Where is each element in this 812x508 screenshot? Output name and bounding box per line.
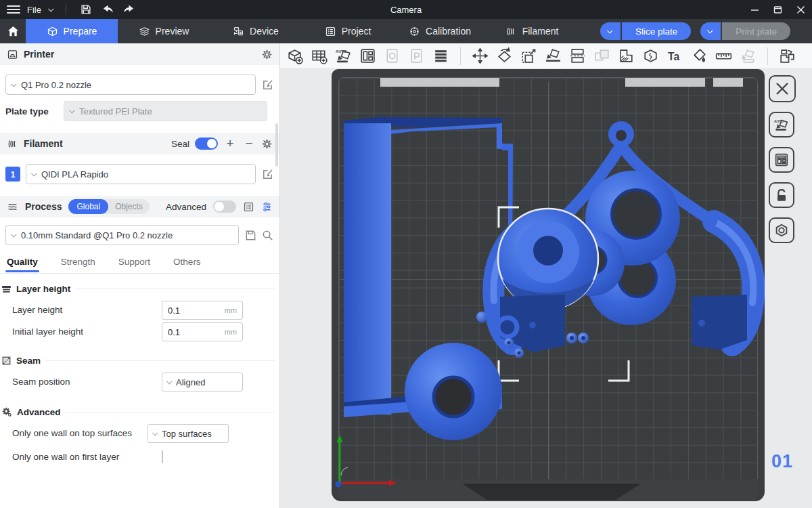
tab-label: Preview	[156, 26, 189, 37]
print-plate-group: Print plate	[700, 22, 790, 40]
scope-objects-button[interactable]: Objects	[108, 202, 150, 211]
scope-global-button[interactable]: Global	[68, 199, 108, 214]
tab-quality[interactable]: Quality	[7, 257, 38, 267]
tab-label: Calibration	[426, 26, 471, 37]
filament-slot-badge[interactable]: 1	[5, 167, 20, 182]
advanced-section-title: Advanced	[17, 407, 61, 417]
slice-plate-group: Slice plate	[600, 22, 691, 40]
slice-plate-button[interactable]: Slice plate	[622, 22, 691, 40]
redo-icon[interactable]	[122, 2, 137, 17]
app-window: File Camera	[0, 0, 812, 508]
hamburger-menu-icon[interactable]	[7, 5, 20, 14]
tab-project[interactable]: Project	[302, 19, 394, 43]
panel-scrollbar[interactable]	[275, 123, 278, 167]
height-range-icon[interactable]	[617, 47, 635, 65]
split-to-parts-icon[interactable]	[407, 47, 426, 65]
scale-icon[interactable]	[520, 47, 538, 65]
viewport-area: AUTO Ta	[280, 43, 812, 508]
print-options-dropdown[interactable]	[700, 22, 721, 40]
toolbar-divider	[460, 47, 461, 65]
filament-preset-dropdown[interactable]: QIDI PLA Rapido	[26, 164, 256, 184]
tab-calibration[interactable]: Calibration	[394, 19, 486, 43]
save-preset-icon[interactable]	[244, 229, 257, 242]
setting-label: Initial layer height	[12, 326, 162, 338]
auto-orient-icon[interactable]: AUTO	[334, 47, 353, 65]
seam-icon	[1, 356, 12, 366]
tab-prepare[interactable]: Prepare	[26, 19, 118, 43]
split-to-objects-icon[interactable]	[383, 47, 401, 65]
move-icon[interactable]	[471, 47, 489, 65]
seam-position-dropdown[interactable]: Aligned	[162, 373, 243, 391]
filament-preset-value: QIDI PLA Rapido	[41, 169, 108, 179]
filament-settings-gear-icon[interactable]	[261, 138, 273, 150]
parameter-settings-icon[interactable]	[261, 201, 273, 213]
measure-icon[interactable]	[715, 47, 733, 65]
tab-strength[interactable]: Strength	[61, 257, 95, 267]
plate-settings-button[interactable]	[769, 217, 794, 243]
setting-row: Only one wall on top surfaces Top surfac…	[0, 423, 279, 444]
arrange-icon[interactable]	[359, 47, 377, 65]
advanced-toggle[interactable]	[213, 200, 236, 213]
setting-label: Seam position	[12, 376, 162, 388]
printer-settings-gear-icon[interactable]	[261, 49, 273, 60]
minimize-button[interactable]	[743, 0, 766, 19]
initial-layer-height-input[interactable]: 0.1 mm	[162, 322, 243, 341]
search-preset-icon[interactable]	[261, 229, 274, 242]
model-ear-cup-selected	[498, 209, 598, 310]
edit-printer-icon[interactable]	[261, 79, 274, 91]
initial-layer-height-value: 0.1	[168, 327, 180, 337]
preset-list-icon[interactable]	[243, 201, 254, 213]
tab-support[interactable]: Support	[118, 257, 150, 267]
chevron-down-icon	[31, 171, 37, 176]
slice-options-dropdown[interactable]	[600, 22, 621, 40]
auto-orient-plate-button[interactable]: AUTO	[769, 112, 794, 137]
printer-section-header: Printer	[0, 43, 279, 65]
remove-filament-button[interactable]: −	[242, 137, 256, 150]
one-wall-first-layer-checkbox[interactable]	[162, 450, 163, 463]
setting-row: Seam position Aligned	[0, 371, 279, 393]
titlebar-divider	[66, 4, 66, 15]
scene-models[interactable]	[332, 69, 765, 501]
plate-type-dropdown[interactable]: Textured PEI Plate	[64, 101, 267, 121]
text-tool-icon[interactable]: Ta	[666, 47, 684, 65]
plate-number-label[interactable]: 01	[771, 451, 793, 472]
home-button[interactable]	[0, 19, 26, 43]
process-preset-dropdown[interactable]: 0.10mm Standard @Q1 Pro 0.2 nozzle	[5, 225, 239, 245]
seal-toggle[interactable]	[195, 137, 218, 150]
support-paint-icon[interactable]	[739, 47, 757, 65]
add-filament-button[interactable]: +	[223, 137, 237, 150]
3d-canvas[interactable]	[332, 69, 765, 501]
cut-icon[interactable]	[568, 47, 587, 65]
undo-icon[interactable]	[100, 2, 115, 17]
print-plate-button[interactable]: Print plate	[722, 22, 790, 40]
seam-position-value: Aligned	[176, 377, 205, 387]
lock-plate-button[interactable]	[769, 182, 794, 208]
chevron-down-icon	[11, 232, 16, 237]
rotate-icon[interactable]	[495, 47, 514, 65]
close-button[interactable]	[789, 0, 812, 19]
layer-height-input[interactable]: 0.1 mm	[162, 301, 243, 320]
file-menu-chevron-icon[interactable]	[48, 6, 53, 12]
arrange-plate-button[interactable]	[769, 147, 794, 173]
one-wall-top-dropdown[interactable]: Top surfaces	[148, 424, 229, 443]
mirror-icon[interactable]	[593, 47, 611, 65]
add-model-icon[interactable]	[286, 47, 304, 65]
maximize-button[interactable]	[766, 0, 789, 19]
file-menu[interactable]: File	[27, 5, 41, 15]
tab-device[interactable]: Device	[210, 19, 302, 43]
tab-label: Project	[342, 26, 371, 37]
add-plate-icon[interactable]	[310, 47, 328, 65]
filament-icon	[7, 138, 18, 150]
lay-on-face-icon[interactable]	[544, 47, 562, 65]
save-icon[interactable]	[78, 2, 93, 17]
assembly-view-icon[interactable]	[778, 47, 796, 65]
tab-filament[interactable]: Filament	[486, 19, 578, 43]
variable-layers-icon[interactable]	[432, 47, 450, 65]
paint-icon[interactable]	[690, 47, 708, 65]
delete-all-button[interactable]	[769, 75, 796, 102]
edit-filament-icon[interactable]	[261, 168, 274, 181]
tab-others[interactable]: Others	[173, 257, 201, 267]
mesh-boolean-icon[interactable]	[641, 47, 660, 65]
tab-preview[interactable]: Preview	[118, 19, 210, 43]
printer-preset-dropdown[interactable]: Q1 Pro 0.2 nozzle	[5, 75, 256, 95]
